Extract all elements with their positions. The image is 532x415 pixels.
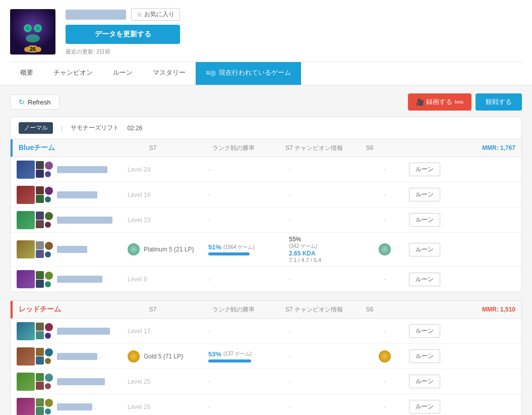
winrate-bar (208, 359, 251, 362)
winrate-dash: - (208, 166, 210, 173)
rank-text: Level 8 (128, 276, 147, 283)
rune-button[interactable]: ルーン (409, 349, 440, 363)
tab-mastery[interactable]: マスタリー (143, 62, 196, 85)
camera-icon: 🎥 (416, 98, 424, 106)
rune-btn-label: ルーン (416, 191, 434, 198)
rune-button[interactable]: ルーン (409, 243, 440, 256)
champ-icon (17, 322, 35, 340)
red-mmr: MMR: 1,510 (482, 306, 515, 313)
spell-icons (36, 241, 44, 258)
update-button[interactable]: データを更新する (66, 25, 180, 44)
red-col-champinfo: S7 チャンピオン情報 (274, 305, 354, 314)
rune-button[interactable]: ルーン (409, 273, 440, 286)
spell-icon-f (36, 407, 44, 415)
rune-icon-primary (45, 399, 53, 407)
player-s6 (370, 243, 400, 255)
player-s6: - (370, 403, 400, 410)
tab-runes[interactable]: ルーン (103, 62, 143, 85)
spell-icon-d (36, 271, 44, 279)
spectate-button[interactable]: 観戦する (476, 93, 522, 111)
player-rank: Level 25 (128, 378, 208, 385)
rune-btn-col: ルーン (400, 163, 440, 176)
svg-point-5 (26, 34, 40, 42)
rune-icon-secondary (45, 196, 51, 202)
blue-team-header: Blueチーム S7 ランク戦の勝率 S7 チャンピオン情報 S6 MMR: 1… (11, 139, 521, 157)
rune-button[interactable]: ルーン (409, 163, 440, 176)
winrate-bar-wrap (208, 252, 289, 255)
player-rank: Level 24 (128, 166, 208, 173)
player-s6: - (370, 378, 400, 385)
refresh-button[interactable]: ↻ Refresh (10, 94, 60, 110)
winrate-dash: - (208, 328, 210, 335)
player-winrate: 53% (137 ゲーム) (208, 350, 289, 362)
rank-text: Level 26 (128, 403, 150, 410)
beta-badge: beta (454, 99, 463, 105)
champ-ratio: 7.1 / 4.7 / 5.4 (289, 257, 370, 263)
player-name (57, 328, 128, 335)
player-icons (17, 211, 53, 229)
player-name (57, 166, 128, 173)
spell-icon-f (36, 170, 44, 178)
winrate-dash: - (208, 217, 210, 224)
player-icons (17, 270, 53, 288)
rune-btn-label: ルーン (416, 403, 434, 410)
champ-icon (17, 240, 35, 258)
tab-overview[interactable]: 概要 (10, 62, 43, 85)
rune-button[interactable]: ルーン (409, 188, 440, 201)
red-col-winrate: ランク戦の勝率 (193, 305, 274, 314)
spell-icon-f (36, 280, 44, 288)
rune-button[interactable]: ルーン (409, 375, 440, 388)
player-name-blur (57, 328, 110, 335)
rune-icon-primary (45, 323, 53, 331)
tabs: 概要 チャンピオン ルーン マスタリー ≡◎ 現在行われているゲーム (10, 62, 522, 85)
rank-text: Level 25 (128, 378, 150, 385)
player-s6: - (370, 166, 400, 173)
rune-btn-col: ルーン (400, 400, 440, 413)
player-winrate: - (208, 378, 289, 385)
winrate-dash: - (208, 378, 210, 385)
rune-button[interactable]: ルーン (409, 400, 440, 413)
rune-btn-label: ルーン (416, 166, 434, 173)
rune-icons (45, 323, 53, 339)
last-update: 最近の更新: 2日前 (66, 48, 180, 56)
tab-champions[interactable]: チャンピオン (43, 62, 103, 85)
spell-icons (36, 186, 44, 203)
champ-icon (17, 186, 35, 204)
player-s6: - (370, 191, 400, 198)
rank-text: Level 16 (128, 191, 150, 198)
rune-icons (45, 187, 53, 202)
player-winrate: - (208, 276, 289, 283)
spectate-label: 観戦する (486, 98, 512, 106)
update-label: データを更新する (95, 30, 151, 38)
rune-btn-label: ルーン (416, 352, 434, 359)
rank-text: Gold 5 (71 LP) (144, 353, 183, 360)
s6-dash: - (384, 191, 386, 198)
rune-btn-col: ルーン (400, 243, 440, 256)
champ-icon (17, 211, 35, 229)
player-rank: Level 26 (128, 403, 208, 410)
player-icons (17, 161, 53, 179)
player-champ-info: - (289, 328, 370, 335)
record-button[interactable]: 🎥 録画する beta (408, 93, 471, 111)
tab-live[interactable]: ≡◎ 現在行われているゲーム (196, 62, 301, 85)
rune-button[interactable]: ルーン (409, 213, 440, 227)
rune-icon-secondary (45, 333, 51, 339)
rank-text: Platinum 5 (21 LP) (144, 246, 194, 253)
player-winrate: - (208, 166, 289, 173)
rune-btn-label: ルーン (416, 276, 434, 283)
s6-dash: - (384, 403, 386, 410)
player-name (57, 276, 128, 283)
player-winrate: - (208, 216, 289, 224)
spell-icon-f (36, 356, 44, 365)
winrate-dash: - (208, 403, 210, 410)
player-name-blur (57, 276, 102, 283)
s6-icon (379, 243, 391, 255)
player-name-blur (57, 217, 112, 224)
player-name-blur (57, 246, 87, 253)
rune-icon-secondary (45, 383, 51, 389)
winrate-pct: 53% (208, 350, 221, 358)
winrate-bar-wrap (208, 359, 289, 362)
rune-button[interactable]: ルーン (409, 324, 440, 338)
blue-col-winrate: ランク戦の勝率 (193, 144, 274, 152)
favorite-button[interactable]: ☆ お気に入り (131, 8, 180, 21)
